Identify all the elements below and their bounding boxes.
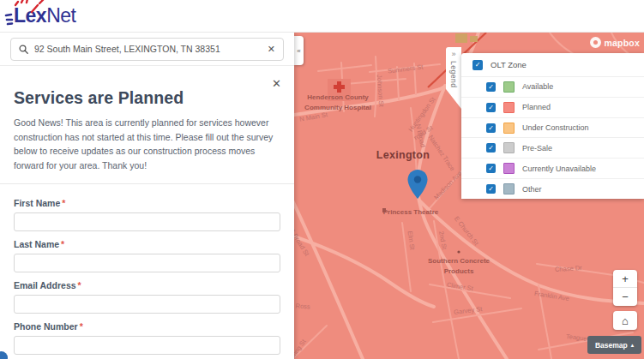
mapbox-wordmark: mapbox (605, 38, 640, 48)
under-construction-label: Under Construction (522, 123, 589, 132)
search-clear-button[interactable]: ✕ (268, 45, 275, 54)
currently-unavailable-label: Currently Unavailable (522, 165, 596, 173)
required-asterisk: * (78, 280, 81, 290)
street-label: Climer St (446, 281, 474, 293)
available-checkbox[interactable]: ✓ (486, 82, 496, 92)
hospital-label: Henderson County (307, 93, 369, 101)
under-construction-checkbox[interactable]: ✓ (486, 123, 496, 133)
required-asterisk: * (61, 239, 64, 249)
planned-checkbox[interactable]: ✓ (486, 103, 496, 112)
home-icon: ⌂ (622, 314, 629, 327)
other-label: Other (522, 185, 542, 194)
search-icon (19, 45, 28, 54)
search-input[interactable] (34, 44, 262, 54)
panel-title: Services are Planned (14, 88, 280, 108)
planned-swatch (503, 102, 515, 113)
first-name-label: First Name* (14, 198, 280, 208)
legend-item-planned: ✓ Planned (461, 98, 644, 118)
email-field[interactable] (14, 295, 280, 314)
city-label: Lexington (376, 149, 430, 161)
required-asterisk: * (80, 321, 83, 332)
last-name-label: Last Name* (14, 239, 280, 249)
legend-item-other: ✓ Other (461, 179, 644, 199)
survey-form: First Name* Last Name* Email Address* Ph… (14, 198, 280, 359)
search-bar: ✕ (0, 33, 294, 66)
legend-item-available: ✓ Available (461, 77, 644, 98)
poi-dot-icon (457, 250, 460, 253)
basemap-button[interactable]: Basemap ▴ (587, 336, 641, 354)
logo-text-net: Net (46, 4, 75, 27)
hospital-cross-icon (334, 85, 345, 89)
under-construction-swatch (503, 123, 515, 134)
street-label: Natchez Trace (427, 134, 457, 172)
form-group-first-name: First Name* (14, 198, 280, 231)
theatre-label: Princess Theatre (383, 208, 439, 216)
hospital-label: Community Hospital (304, 104, 371, 111)
legend-parent-row: ✓ OLT Zone (461, 53, 644, 77)
zoom-in-button[interactable]: + (613, 270, 637, 288)
legend-item-currently-unavailable: ✓ Currently Unavailable (461, 159, 644, 179)
chevron-left-icon: « (297, 47, 300, 55)
caret-up-icon: ▴ (631, 342, 634, 349)
pre-sale-label: Pre-Sale (522, 144, 552, 153)
logo-text-lex: Lex (14, 4, 46, 27)
email-label: Email Address* (14, 280, 280, 290)
mapbox-icon (590, 37, 601, 48)
legend-item-pre-sale: ✓ Pre-Sale (461, 138, 644, 159)
form-group-email: Email Address* (14, 280, 280, 314)
phone-label: Phone Number* (14, 321, 280, 332)
legend-tab-label: Legend (449, 61, 458, 87)
available-label: Available (522, 82, 553, 91)
planned-label: Planned (522, 103, 551, 111)
app-logo: LexNet (14, 4, 75, 27)
street-label: Spring St (294, 338, 308, 359)
mapbox-attribution[interactable]: mapbox (590, 37, 640, 48)
form-group-last-name: Last Name* (14, 239, 280, 272)
form-group-phone: Phone Number* (14, 321, 280, 355)
concrete-label: Products (444, 267, 474, 275)
currently-unavailable-swatch (503, 163, 515, 174)
olt-zone-label: OLT Zone (491, 60, 527, 69)
chevron-right-icon: » (451, 50, 455, 58)
available-swatch (503, 81, 515, 93)
sidebar-collapse-tab[interactable]: « (294, 36, 304, 65)
first-name-field[interactable] (14, 212, 280, 231)
location-pin-icon (408, 170, 428, 199)
sidebar: ✕ ✕ Services are Planned Good News! This… (0, 33, 294, 359)
street-label: Summers St (388, 63, 424, 75)
concrete-label: Southern Concrete (428, 257, 491, 265)
services-planned-panel: ✕ Services are Planned Good News! This a… (0, 66, 294, 359)
street-label: Madison Ave (432, 170, 463, 201)
home-button[interactable]: ⌂ (613, 311, 637, 330)
phone-field[interactable] (14, 336, 280, 355)
map-canvas[interactable]: Summers St Johnson St N Main St Huntingd… (294, 33, 644, 359)
currently-unavailable-checkbox[interactable]: ✓ (486, 164, 496, 173)
street-label: Franklin Ave (533, 290, 569, 302)
panel-divider (0, 183, 294, 184)
street-label: Ross (295, 302, 310, 310)
basemap-button-label: Basemap (595, 341, 628, 350)
zoom-control: + − (613, 270, 637, 306)
panel-close-button[interactable]: ✕ (272, 77, 281, 90)
last-name-field[interactable] (14, 254, 280, 272)
app-header: LexNet (0, 0, 644, 33)
pre-sale-checkbox[interactable]: ✓ (486, 143, 496, 153)
zoom-out-button[interactable]: − (613, 288, 637, 306)
street-label: Chase Dr (555, 264, 583, 273)
legend-panel: ✓ OLT Zone ✓ Available ✓ Planned ✓ Under… (461, 53, 644, 199)
panel-description: Good News! This area is currently planne… (14, 116, 280, 172)
other-swatch (503, 183, 515, 194)
olt-zone-checkbox[interactable]: ✓ (472, 60, 483, 70)
legend-item-under-construction: ✓ Under Construction (461, 118, 644, 139)
search-box: ✕ (10, 38, 284, 61)
required-asterisk: * (62, 198, 65, 208)
street-label: Elm St (406, 230, 416, 251)
pre-sale-swatch (503, 142, 515, 153)
other-checkbox[interactable]: ✓ (486, 184, 496, 194)
